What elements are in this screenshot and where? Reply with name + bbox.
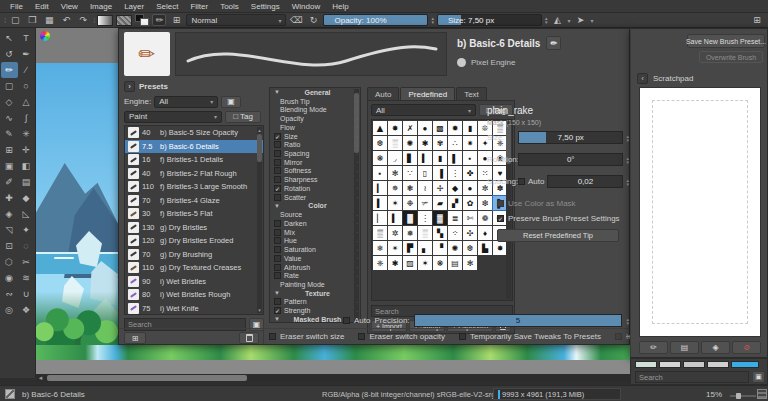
brush-tip-tile[interactable]: ❃ [403,181,417,195]
section-collapse-icon[interactable]: ▼ [274,290,280,296]
opacity-spinner[interactable]: ▴▾ [431,16,434,24]
tab-text[interactable]: Text [456,87,487,100]
option-value[interactable]: Value∙ [270,254,360,263]
tool-color-sampler[interactable]: ✐ [1,174,18,190]
menu-layer[interactable]: Layer [118,2,150,11]
brush-tip-tile[interactable]: ▪ [463,151,477,165]
brush-tip-tile[interactable]: ✣ [463,226,477,240]
reload-preset-icon[interactable]: ↻ [306,14,320,26]
spacing-spinner[interactable]: ▴▾ [626,178,629,186]
canvas-bottom-strip[interactable] [36,345,650,360]
brush-tip-tile[interactable]: ✶ [388,196,402,210]
brush-tip-tile[interactable]: ✢ [433,181,447,195]
menu-edit[interactable]: Edit [29,2,55,11]
eraser-toggle-icon[interactable]: ⌫ [289,14,303,26]
mirror-tool-icon[interactable]: ◭ [551,14,565,26]
tool-magnetic-select[interactable]: ∪ [18,286,35,302]
menu-select[interactable]: Select [150,2,184,11]
option-source[interactable]: Source∙ [270,210,360,219]
brush-tip-tile[interactable]: ▤ [448,256,462,270]
brush-tip-tile[interactable]: ▖ [418,241,432,255]
brush-tip-tile[interactable]: ✗ [403,121,417,135]
tool-freehand-path[interactable]: ∫ [18,110,35,126]
chevron-down-icon[interactable]: ▾ [591,17,594,24]
option-checkbox[interactable] [274,176,281,183]
option-rate[interactable]: Rate∙ [270,271,360,280]
option-checkbox[interactable] [274,167,281,174]
brush-tip-tile[interactable]: ❈ [373,256,387,270]
save-document-icon[interactable]: ▦ [42,14,56,26]
brush-tip-tile[interactable]: ✻ [463,256,477,270]
redo-icon[interactable]: ↷ [76,14,90,26]
brush-tip-tile[interactable]: ▨ [403,256,417,270]
brush-tip-tile[interactable]: ✃ [418,196,432,210]
tool-smart-patch[interactable]: ✚ [1,190,18,206]
preset-row[interactable]: 30f) Bristles-5 Flat [125,207,263,221]
option-checkbox[interactable] [274,298,281,305]
brush-tip-tile[interactable]: ✄ [463,211,477,225]
option-color[interactable]: ▼Color [270,202,360,211]
brush-tip-tile[interactable]: ▏ [373,211,387,225]
menu-image[interactable]: Image [84,2,118,11]
option-rotation[interactable]: ✓Rotation∙ [270,184,360,193]
option-checkbox[interactable]: ✓ [274,133,281,140]
checkbox[interactable] [358,333,365,340]
brush-tip-tile[interactable]: ✷ [463,136,477,150]
use-color-as-mask-checkbox[interactable] [497,200,504,207]
status-document-info[interactable]: 9993 x 4961 (191,3 MiB) [493,388,621,400]
brush-tip-tile[interactable]: ▮ [463,121,477,135]
zoom-slider-handle[interactable] [736,393,741,399]
horizontal-scrollbar[interactable]: ◂ ▸ [36,374,650,382]
brush-tip-tile[interactable]: ❆ [373,136,387,150]
brush-tip-tile[interactable]: ◞ [388,151,402,165]
option-size[interactable]: ✓Size∙ [270,132,360,141]
brush-tip-tile[interactable]: ⋮ [418,211,432,225]
tool-line[interactable]: ∕ [18,62,35,78]
tip-rotation-slider[interactable]: 0° [518,153,623,166]
menu-file[interactable]: File [4,2,29,11]
brush-tip-tile[interactable]: ▰ [433,196,447,210]
tool-measure[interactable]: ◹ [1,222,18,238]
blending-mode-dropdown[interactable]: Normal ▾ [186,14,286,26]
docker-thumbnail[interactable] [659,361,681,368]
menu-filter[interactable]: Filter [184,2,214,11]
option-saturation[interactable]: Saturation∙ [270,245,360,254]
tool-multibrush[interactable]: ✳ [18,126,35,142]
brush-tip-tile[interactable]: ❋ [373,151,387,165]
option-checkbox[interactable] [274,229,281,236]
brush-tip-tile[interactable]: ░ [388,136,402,150]
brush-tip-tile[interactable]: ● [463,181,477,195]
section-collapse-icon[interactable]: ▼ [274,89,280,95]
scratchpad-paint-button[interactable]: ✏ [639,341,668,354]
save-new-brush-preset-button[interactable]: Save New Brush Preset... [687,34,765,48]
brush-editor-toggle[interactable]: ✏ [152,14,166,26]
scratchpad-fill-color-button[interactable]: ◈ [701,341,730,354]
brush-tip-tile[interactable]: ▝ [433,241,447,255]
tool-zoom[interactable]: ◎ [1,302,18,318]
scratchpad-fill-gradient-button[interactable]: ▤ [670,341,699,354]
brush-tip-tile[interactable]: ▎ [373,181,387,195]
option-airbrush[interactable]: Airbrush∙ [270,263,360,272]
brush-tip-tile[interactable]: ❆ [463,241,477,255]
chevron-down-icon[interactable]: ▾ [568,17,571,24]
show-dockers-icon[interactable]: ⊞ [750,14,764,26]
brush-size-slider[interactable]: Size: 7,50 px [437,14,542,26]
tool-ellipse[interactable]: ○ [18,78,35,94]
brush-tip-tile[interactable]: ✴ [388,241,402,255]
option-spacing[interactable]: Spacing∙ [270,149,360,158]
brush-tip-tile[interactable]: ∵ [403,166,417,180]
option-texture[interactable]: ▼Texture [270,289,360,298]
tool-reference-images[interactable]: ✦ [18,222,35,238]
option-mix[interactable]: Mix∙ [270,228,360,237]
option-checkbox[interactable] [274,141,281,148]
undo-icon[interactable]: ↶ [59,14,73,26]
tool-polygon-select[interactable]: ⬡ [1,254,18,270]
option-ratio[interactable]: Ratio∙ [270,140,360,149]
foreground-background-colors[interactable] [135,14,149,26]
tool-assistants[interactable]: ◺ [18,206,35,222]
option-brush-tip[interactable]: Brush Tip∙ [270,97,360,106]
brush-tip-tile[interactable]: ✱ [388,256,402,270]
brush-tip-tile[interactable]: ▋ [403,151,417,165]
presets-expander-icon[interactable]: › [124,81,135,92]
open-document-icon[interactable]: ❒ [25,14,39,26]
